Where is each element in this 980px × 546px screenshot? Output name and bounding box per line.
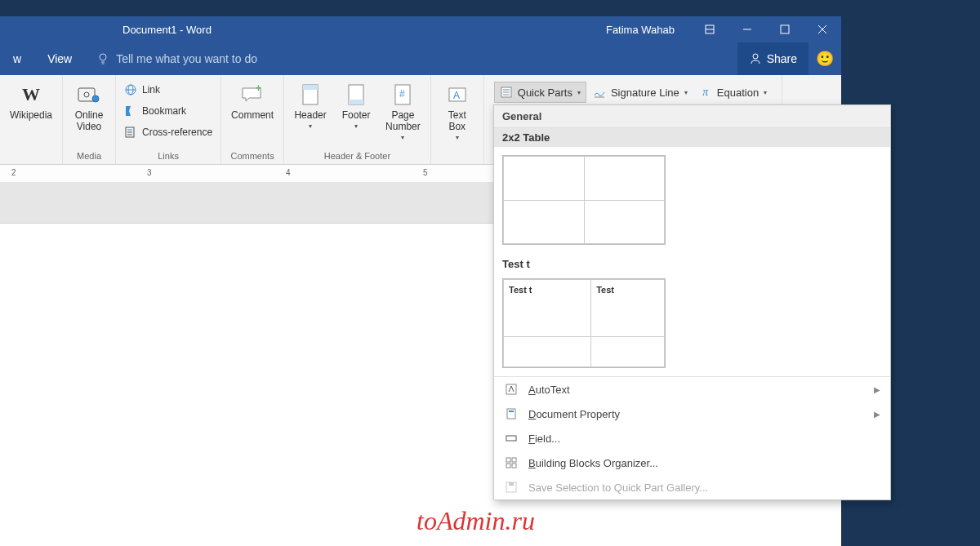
tell-me-search[interactable]: Tell me what you want to do <box>85 52 257 65</box>
chevron-down-icon: ▾ <box>577 89 581 96</box>
svg-text:A: A <box>453 90 460 101</box>
chevron-right-icon: ▶ <box>874 385 880 394</box>
lightbulb-icon <box>96 52 109 65</box>
svg-rect-24 <box>349 100 363 104</box>
chevron-down-icon: ▾ <box>401 134 404 141</box>
watermark: toAdmin.ru <box>416 506 535 536</box>
chevron-down-icon: ▾ <box>309 122 312 130</box>
share-icon <box>749 52 762 65</box>
tab-view[interactable]: View <box>34 42 85 75</box>
header-icon <box>297 82 323 108</box>
svg-rect-35 <box>507 409 515 419</box>
close-button[interactable] <box>804 16 841 42</box>
svg-point-11 <box>84 92 89 97</box>
minimize-button[interactable] <box>728 16 766 42</box>
crossref-icon <box>124 126 137 139</box>
svg-point-9 <box>753 54 758 59</box>
quick-parts-dropdown: General 2x2 Table Test t Test tTest Auto… <box>493 104 891 500</box>
field-icon <box>504 431 519 446</box>
autotext-menu-item[interactable]: AutoText ▶ <box>494 377 890 402</box>
user-name: Fatima Wahab <box>606 24 675 36</box>
video-icon <box>76 82 102 108</box>
gallery-item-2x2[interactable] <box>494 147 890 253</box>
svg-text:#: # <box>399 88 405 100</box>
chevron-down-icon: ▾ <box>354 122 358 130</box>
link-icon <box>124 83 137 96</box>
svg-rect-43 <box>509 482 514 486</box>
equation-icon: π <box>699 86 712 99</box>
document-title: Document1 - Word <box>0 24 606 36</box>
chevron-down-icon: ▾ <box>684 89 688 96</box>
chevron-down-icon: ▾ <box>456 134 459 141</box>
svg-rect-3 <box>781 25 789 33</box>
textbox-icon: A <box>444 82 470 108</box>
ribbon-display-options-button[interactable] <box>691 16 728 42</box>
save-selection-menu-item: Save Selection to Quick Part Gallery... <box>494 475 890 499</box>
pagenum-icon: # <box>390 82 416 108</box>
quick-parts-button[interactable]: Quick Parts ▾ <box>494 82 586 103</box>
page-number-button[interactable]: # Page Number ▾ <box>381 78 425 149</box>
share-button[interactable]: Share <box>737 42 808 75</box>
wikipedia-button[interactable]: W Wikipedia <box>5 78 57 149</box>
hf-group-label: Header & Footer <box>289 149 425 164</box>
svg-rect-36 <box>509 411 514 412</box>
autotext-icon <box>504 382 519 397</box>
gallery-section-2-title: Test t <box>494 253 890 275</box>
comment-button[interactable]: + Comment <box>226 78 278 149</box>
tab-w[interactable]: w <box>0 42 34 75</box>
svg-point-6 <box>100 54 106 60</box>
link-button[interactable]: Link <box>121 80 216 100</box>
bookmark-icon <box>124 104 137 118</box>
quickparts-icon <box>500 86 513 99</box>
feedback-button[interactable]: 🙂 <box>808 42 841 75</box>
signature-icon <box>593 86 606 99</box>
text-box-button[interactable]: A Text Box ▾ <box>436 78 479 149</box>
svg-rect-38 <box>506 458 510 462</box>
svg-rect-41 <box>512 464 516 468</box>
equation-button[interactable]: π Equation ▾ <box>694 82 772 103</box>
maximize-button[interactable] <box>766 16 804 42</box>
footer-icon <box>343 82 369 108</box>
gallery-section-1-title: 2x2 Table <box>494 128 890 147</box>
cross-reference-button[interactable]: Cross-reference <box>121 122 216 142</box>
online-video-button[interactable]: Online Video <box>68 78 110 149</box>
svg-rect-37 <box>506 436 516 441</box>
titlebar: Document1 - Word Fatima Wahab <box>0 16 841 42</box>
chevron-down-icon: ▾ <box>764 89 767 96</box>
comments-group-label: Comments <box>226 149 278 164</box>
header-button[interactable]: Header ▾ <box>289 78 332 149</box>
bbo-icon <box>504 455 519 470</box>
chevron-right-icon: ▶ <box>874 410 880 419</box>
svg-rect-22 <box>303 85 318 90</box>
links-group-label: Links <box>121 149 216 164</box>
save-gallery-icon <box>504 480 519 495</box>
wikipedia-icon: W <box>18 82 44 108</box>
svg-point-12 <box>92 95 99 102</box>
comment-icon: + <box>239 82 265 108</box>
dropdown-header: General <box>494 105 890 128</box>
field-menu-item[interactable]: Field... <box>494 426 890 451</box>
building-blocks-menu-item[interactable]: Building Blocks Organizer... <box>494 451 890 475</box>
docprop-icon <box>504 406 519 421</box>
smiley-icon: 🙂 <box>816 50 834 68</box>
tab-bar: w View Tell me what you want to do Share… <box>0 42 841 75</box>
bookmark-button[interactable]: Bookmark <box>121 101 216 121</box>
signature-line-button[interactable]: Signature Line ▾ <box>588 82 693 103</box>
svg-text:+: + <box>256 85 261 94</box>
svg-rect-40 <box>506 464 510 468</box>
document-property-menu-item[interactable]: Document Property ▶ <box>494 402 890 426</box>
footer-button[interactable]: Footer ▾ <box>335 78 377 149</box>
gallery-item-test[interactable]: Test tTest <box>494 275 890 376</box>
media-group-label: Media <box>68 149 110 164</box>
svg-rect-39 <box>512 458 516 462</box>
